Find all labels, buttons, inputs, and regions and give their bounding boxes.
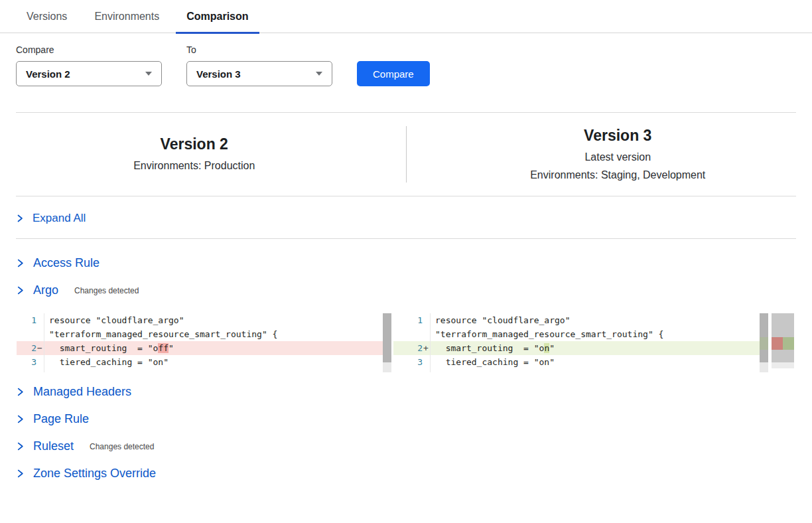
compare-controls: Compare Version 2 To Version 3 Compare — [0, 33, 812, 86]
scrollbar-thumb[interactable] — [383, 313, 391, 362]
changes-detected-badge: Changes detected — [74, 286, 139, 295]
compare-field-group: Compare Version 2 — [16, 44, 162, 86]
right-version-title: Version 3 — [440, 125, 797, 145]
diff-minimap[interactable] — [772, 313, 794, 372]
compare-version-value: Version 2 — [26, 68, 70, 80]
section-access-rule[interactable]: Access Rule — [16, 250, 796, 277]
diff-panel-right: 1resource "cloudflare_argo" "terraform_m… — [393, 313, 768, 372]
right-version-subtitle: Latest version — [440, 148, 797, 166]
dropdown-caret-icon — [145, 72, 152, 76]
section-ruleset[interactable]: Ruleset Changes detected — [16, 433, 796, 460]
expand-all-label: Expand All — [33, 212, 86, 225]
version-header-right: Version 3 Latest version Environments: S… — [407, 125, 797, 184]
version-headers: Version 2 Environments: Production Versi… — [0, 113, 812, 196]
diff-right-group: 1resource "cloudflare_argo" "terraform_m… — [393, 313, 794, 372]
section-managed-headers[interactable]: Managed Headers — [16, 378, 796, 406]
code-line-added: 2+ smart_routing = "on" — [393, 341, 768, 355]
section-label: Managed Headers — [33, 385, 131, 399]
chevron-right-icon — [16, 415, 25, 423]
minimap-removed-marker — [772, 337, 783, 350]
section-label: Page Rule — [33, 412, 89, 426]
scrollbar[interactable] — [760, 313, 768, 372]
section-label: Ruleset — [33, 439, 74, 453]
left-version-environments: Environments: Production — [16, 157, 373, 175]
compare-button[interactable]: Compare — [357, 61, 430, 86]
changes-detected-badge: Changes detected — [90, 442, 154, 451]
section-label: Zone Settings Override — [33, 467, 156, 481]
code-line-wrap: "terraform_managed_resource_smart_routin… — [17, 327, 391, 341]
minimap-diff-marker — [772, 337, 794, 350]
version-header-left: Version 2 Environments: Production — [16, 134, 406, 175]
to-version-select[interactable]: Version 3 — [186, 61, 332, 86]
tab-comparison[interactable]: Comparison — [176, 0, 259, 33]
code-line: 1resource "cloudflare_argo" — [393, 313, 768, 327]
argo-diff: 1resource "cloudflare_argo" "terraform_m… — [17, 313, 796, 372]
compare-version-select[interactable]: Version 2 — [16, 61, 162, 86]
left-version-title: Version 2 — [16, 134, 373, 154]
section-argo[interactable]: Argo Changes detected — [16, 277, 796, 304]
removed-word-highlight: ff — [158, 343, 169, 353]
section-label: Argo — [33, 283, 58, 297]
right-version-environments: Environments: Staging, Development — [440, 166, 797, 184]
to-label: To — [186, 44, 332, 55]
code-line: 3 tiered_caching = "on" — [17, 355, 391, 369]
chevron-right-icon — [16, 259, 25, 267]
code-line: 3 tiered_caching = "on" — [393, 355, 768, 369]
tab-versions[interactable]: Versions — [16, 0, 78, 33]
section-page-rule[interactable]: Page Rule — [16, 406, 796, 433]
chevron-right-icon — [16, 214, 24, 222]
code-line: } — [17, 369, 391, 372]
section-zone-settings-override[interactable]: Zone Settings Override — [16, 460, 796, 487]
chevron-right-icon — [16, 469, 25, 478]
compare-label: Compare — [16, 44, 162, 55]
removed-marker: − — [36, 341, 44, 355]
to-field-group: To Version 3 — [186, 44, 332, 86]
added-marker: + — [423, 341, 430, 355]
minimap-track — [772, 362, 794, 368]
scrollbar[interactable] — [383, 313, 391, 372]
minimap-added-marker — [783, 337, 794, 350]
tab-environments[interactable]: Environments — [84, 0, 170, 33]
chevron-right-icon — [16, 388, 25, 396]
section-label: Access Rule — [33, 256, 100, 270]
diff-panel-left: 1resource "cloudflare_argo" "terraform_m… — [17, 313, 391, 372]
code-line: 1resource "cloudflare_argo" — [17, 313, 391, 327]
code-line: } — [393, 369, 768, 372]
scrollbar-thumb[interactable] — [760, 313, 768, 362]
code-line-wrap: "terraform_managed_resource_smart_routin… — [393, 327, 768, 341]
code-line-removed: 2− smart_routing = "off" — [17, 341, 391, 355]
dropdown-caret-icon — [316, 72, 322, 76]
chevron-right-icon — [16, 286, 25, 295]
resource-sections: Access Rule Argo Changes detected 1resou… — [0, 239, 812, 487]
tab-bar: Versions Environments Comparison — [0, 0, 812, 33]
to-version-value: Version 3 — [196, 68, 241, 80]
expand-all-button[interactable]: Expand All — [0, 196, 812, 238]
chevron-right-icon — [16, 442, 25, 451]
